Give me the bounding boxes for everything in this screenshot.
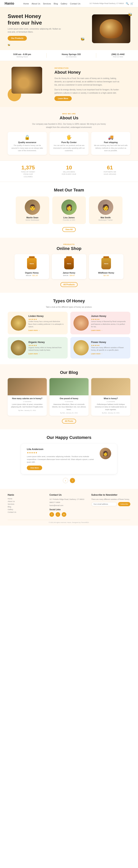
footer-link-home[interactable]: Home <box>8 498 46 500</box>
shop-section: PRODUCTS Online Shop Hanio Organic Honey… <box>0 238 138 293</box>
organic-image <box>11 340 26 355</box>
footer-col-newsletter: Subscribe to Newsletter There are many d… <box>91 494 130 517</box>
info-location: Honey Springs 333 Our Branches <box>62 53 81 58</box>
navbar: Hanio Home About Us Services Blog Galler… <box>0 0 138 7</box>
info-bar: 9:00 am - 6:00 pm Working Hours Honey Sp… <box>0 50 138 61</box>
avatar-lisa: 👩 <box>61 199 77 215</box>
jumun-learn-more[interactable]: Learn more → <box>91 329 127 331</box>
organic-body: Organic Honey ★★★★★ Organic honey refers… <box>28 341 65 355</box>
blog-image-3 <box>91 378 130 395</box>
blog-meta-3: 3 comments <box>93 401 129 402</box>
nav-links: Home About Us Services Blog Gallery Cont… <box>23 2 80 5</box>
nav-blog[interactable]: Blog <box>54 2 58 5</box>
linden-image <box>11 315 26 331</box>
jumun-body: Jumun Honey ★★★★★ Jumun honey is flavore… <box>91 315 127 331</box>
linden-learn-more[interactable]: Learn more → <box>28 329 65 331</box>
info-hours: 9:00 am - 6:00 pm Working Hours <box>13 53 31 58</box>
footer-link-contact[interactable]: Contact Us <box>8 511 46 513</box>
nav-right: 317 Picketts Ridge Road Danbury, CT 0681… <box>90 2 133 5</box>
stat-bees: 10 MILLION BEES FOR EVERY HIVE <box>61 164 77 178</box>
facebook-icon[interactable]: f <box>49 512 54 517</box>
flower-learn-more[interactable]: Learn more → <box>91 353 127 355</box>
jar-icon: Hanio <box>101 258 111 269</box>
footer-link-about[interactable]: About Us <box>8 500 46 502</box>
flower-body: Flower Honey ★★★★★ There are many differ… <box>91 341 127 355</box>
blog-meta-2: 4 comments <box>51 401 87 402</box>
nav-about[interactable]: About Us <box>32 2 40 5</box>
testimonial-prev-button[interactable]: ‹ <box>63 478 68 483</box>
testimonial-view-more-button[interactable]: View More <box>27 466 42 470</box>
hand-icon: 🖐 <box>52 135 86 140</box>
footer-link-services[interactable]: Services <box>8 503 46 505</box>
jumun-image <box>73 315 89 331</box>
nav-address: 317 Picketts Ridge Road Danbury, CT 0681… <box>90 2 124 5</box>
about-honey-image <box>8 67 50 101</box>
jar-icon: Hanio <box>64 258 74 269</box>
footer-social-links: f t in <box>49 512 88 517</box>
nav-home[interactable]: Home <box>23 2 29 5</box>
blog-section: Our Blog How many calories are in honey?… <box>0 364 138 430</box>
product-image-wildflower: Hanio <box>92 257 121 270</box>
testimonials-section: Our Happy Customers Lila Anderson ★★★★★ … <box>0 429 138 489</box>
footer-link-blog[interactable]: Blog <box>8 506 46 508</box>
about-us-cards: 🔒 Quality assurance The quality of Hanio… <box>8 132 130 155</box>
testimonial-navigation: ‹ › <box>8 478 130 483</box>
about-us-section: WHO WE ARE About Us Our company was foun… <box>0 107 138 160</box>
blog-image-2 <box>49 378 89 395</box>
about-honey-section: INFORMATION About Honey One As Honey As … <box>0 61 138 107</box>
flower-image <box>73 340 89 355</box>
truck-icon: 🚚 <box>94 135 128 140</box>
product-image-jamun: Hanio <box>55 257 83 270</box>
team-cards: 👨 Martin Sean Senior Beekeeper 👩 Lisa Ja… <box>8 196 130 224</box>
testimonial-next-button[interactable]: › <box>70 478 75 483</box>
team-view-all-button[interactable]: View All <box>62 227 76 232</box>
nav-services[interactable]: Services <box>43 2 51 5</box>
type-card-jumun: Jumun Honey ★★★★★ Jumun honey is flavore… <box>70 312 130 334</box>
linden-body: Linden Honey ★★★★★ Linden honey has a st… <box>28 315 65 331</box>
team-section: Meet Our Team 👨 Martin Sean Senior Beeke… <box>0 182 138 238</box>
blog-post-2: One pound of honey 4 comments Maecenas b… <box>49 378 89 416</box>
jar-icon: Hanio <box>27 258 37 269</box>
nav-gallery[interactable]: Gallery <box>61 2 67 5</box>
team-card-martin: 👨 Martin Sean Senior Beekeeper <box>16 196 49 224</box>
blog-image-1 <box>8 378 47 395</box>
twitter-icon[interactable]: t <box>56 512 60 517</box>
price-wildflower: $27.93 <box>92 275 121 276</box>
blog-post-1: How many calories are in honey? 2 commen… <box>8 378 47 416</box>
instagram-icon[interactable]: in <box>62 512 66 517</box>
hero-description: Lorem ipsum dolor amet, consectetur adip… <box>8 27 61 34</box>
blog-all-posts-button[interactable]: All Posts <box>62 419 76 424</box>
about-card-pure: 🖐 Pure By Center You can ask for our pro… <box>49 132 89 155</box>
organic-learn-more[interactable]: Learn more → <box>28 353 65 355</box>
testimonial-card: Lila Anderson ★★★★★ Lorem ipsum dolor am… <box>21 444 117 474</box>
hero-cta-button[interactable]: Our Products <box>8 36 27 41</box>
testimonial-content: Lila Anderson ★★★★★ Lorem ipsum dolor am… <box>27 448 111 470</box>
type-card-linden: Linden Honey ★★★★★ Linden honey has a st… <box>8 312 68 334</box>
about-honey-text: INFORMATION About Honey One As Honey As … <box>55 67 130 101</box>
search-icon[interactable]: 🔍 <box>126 2 129 5</box>
shop-cards: Hanio Organic Honey $32.29 $21.33 Hanio … <box>8 254 130 279</box>
team-card-lisa: 👩 Lisa James Founder & CEO <box>52 196 86 224</box>
hero-text: Sweet Honey from our hive Lorem ipsum do… <box>8 13 84 46</box>
newsletter-subscribe-button[interactable]: Subscribe <box>118 502 130 506</box>
avatar-mat: 🧑 <box>98 199 113 215</box>
cart-icon[interactable]: 🛒 <box>130 2 133 5</box>
product-image-organic: Hanio <box>17 257 46 270</box>
info-phone: (366) 11-4442 Find Us Here <box>111 53 125 58</box>
shop-all-products-button[interactable]: All Products <box>60 282 78 287</box>
footer-copyright: © 2021 All rights reserved. Hanio. Desig… <box>8 520 130 523</box>
price-jamun: $44.95 $39.97 <box>55 275 83 276</box>
types-grid: Linden Honey ★★★★★ Linden honey has a st… <box>8 312 130 359</box>
stat-tons: 1,375 TONS OF HONEY FROM OUR COLONIES <box>21 164 36 178</box>
footer: Hanio Home About Us Services Blog Galler… <box>0 489 138 526</box>
nav-contact[interactable]: Contact Us <box>70 2 80 5</box>
footer-contact-info: 317 Picketts Ridge Road, Danbury, CT 068… <box>49 498 88 507</box>
logo[interactable]: Hanio <box>5 2 14 6</box>
footer-col-contact: Contact Us 317 Picketts Ridge Road, Danb… <box>49 494 88 517</box>
newsletter-email-input[interactable] <box>91 502 117 506</box>
about-card-quality: 🔒 Quality assurance The quality of Hanio… <box>8 132 47 155</box>
footer-link-gallery[interactable]: Gallery <box>8 508 46 510</box>
stat-partners: 61 PARTNERS WE HAVE AROUND <box>102 164 117 178</box>
about-honey-cta[interactable]: Learn More <box>55 96 72 101</box>
avatar-martin: 👨 <box>25 199 40 215</box>
